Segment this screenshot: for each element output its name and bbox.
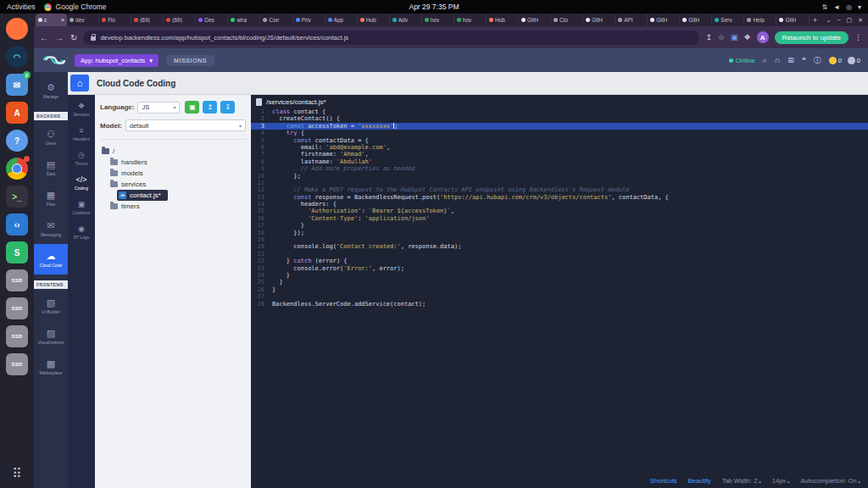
sidebar-item-files[interactable]: ▦Files — [34, 183, 68, 214]
code-editor[interactable]: /services/contact.js* 1-class contact {2… — [251, 95, 868, 488]
code-line[interactable]: 10 }; — [251, 173, 868, 180]
code-line[interactable]: 7 firstname: 'Ahmad', — [251, 151, 868, 158]
fold-marker[interactable]: - — [264, 194, 272, 201]
sidebar-item-users[interactable]: ⚇Users — [34, 122, 68, 152]
sidebar-item-manage[interactable]: ⚙Manage — [34, 75, 68, 106]
profile-avatar[interactable]: A — [757, 31, 769, 43]
sidebar-item-marketplace[interactable]: ▩Marketplace — [34, 352, 68, 382]
code-line[interactable]: 15 'Authorization': `Bearer ${accessToke… — [251, 208, 868, 214]
code-line[interactable]: 9 // Add more properties as needed — [251, 165, 868, 172]
code-line[interactable]: 18 }); — [251, 230, 868, 236]
url-text[interactable]: develop.backendless.com/app/hubspot_cont… — [100, 34, 348, 42]
apps-grid-icon[interactable]: ⊞ — [787, 56, 794, 64]
dock-vscode[interactable]: ‹› — [6, 214, 28, 236]
browser-tab[interactable]: wha — [228, 14, 260, 26]
browser-tab[interactable]: Hub — [487, 14, 519, 26]
sidebar-item-data[interactable]: ▤Data — [34, 152, 68, 183]
network-icon[interactable]: ⇅ — [821, 3, 827, 11]
missions-button[interactable]: MISSIONS — [166, 55, 214, 66]
dock-app-grid[interactable]: ⠿ — [6, 463, 28, 485]
browser-tab[interactable]: Clo — [551, 14, 583, 26]
tree-item[interactable]: models — [108, 168, 150, 179]
app-selector-button[interactable]: App: hubspot_contacts ▾ — [75, 54, 159, 67]
dock-help-viewer[interactable]: ? — [6, 130, 28, 152]
online-status[interactable]: Online — [729, 57, 755, 64]
relaunch-to-update-button[interactable]: Relaunch to update — [775, 31, 849, 44]
code-line[interactable]: 17 } — [251, 222, 868, 229]
dock-ubuntu-software[interactable]: A — [6, 102, 28, 124]
dock-firefox[interactable] — [6, 18, 28, 40]
code-line[interactable]: 6 email: 'abd@example.com', — [251, 144, 868, 151]
code-line[interactable]: 3 const accessToken = 'xxxxxxxx'; — [251, 123, 868, 130]
dock-ssd-3[interactable]: SSD — [6, 325, 28, 347]
fold-marker[interactable]: - — [264, 137, 272, 144]
browser-tab[interactable]: Con — [260, 14, 292, 26]
reload-button[interactable]: ↻ — [70, 33, 77, 42]
status-beautify[interactable]: Beautify — [688, 477, 711, 485]
code-line[interactable]: 11 — [251, 180, 868, 186]
dock-google-chrome[interactable] — [6, 158, 28, 180]
sidebar-item-messaging[interactable]: ✉Messaging — [34, 214, 68, 244]
code-line[interactable]: 1-class contact { — [251, 108, 868, 115]
browser-tab[interactable]: Priv — [293, 14, 326, 26]
maximize-icon[interactable]: ▢ — [847, 17, 853, 24]
dock-slack[interactable]: S — [6, 241, 28, 263]
browser-tab[interactable]: Adv — [390, 14, 422, 26]
tree-item[interactable]: / — [100, 146, 121, 157]
minimize-icon[interactable]: − — [837, 17, 840, 23]
browser-menu-icon[interactable]: ⋮ — [854, 33, 862, 42]
gold-coin[interactable]: 0 — [829, 57, 842, 64]
power-icon[interactable]: ◎ — [846, 3, 852, 11]
dock-terminal[interactable]: >_ — [6, 186, 28, 208]
browser-tab[interactable]: Help — [744, 14, 776, 26]
code-area[interactable]: 1-class contact {2- createContact() {3 c… — [251, 108, 868, 308]
browser-tab[interactable]: API — [615, 14, 648, 26]
subsidebar-item-coding[interactable]: </>Coding — [75, 176, 88, 191]
code-line[interactable]: 12 // Make a POST request to the HubSpot… — [251, 186, 868, 193]
fold-marker[interactable]: - — [264, 201, 272, 208]
browser-tab[interactable]: hov — [454, 14, 487, 26]
code-line[interactable]: 25 } — [251, 279, 868, 286]
subsidebar-item-codeless[interactable]: ▣Codeless — [73, 201, 91, 215]
browser-tab[interactable]: GitH — [680, 14, 712, 26]
lock-icon[interactable] — [91, 36, 96, 41]
browser-tab[interactable]: GitH — [583, 14, 615, 26]
code-line[interactable]: 5- const contactData = { — [251, 137, 868, 144]
code-line[interactable]: 26} — [251, 286, 868, 293]
address-bar[interactable]: develop.backendless.com/app/hubspot_cont… — [83, 30, 699, 45]
browser-tab[interactable]: (69) — [131, 14, 164, 26]
browser-tab[interactable]: (69) — [164, 14, 196, 26]
tree-item[interactable]: handlers — [108, 157, 154, 168]
volume-icon[interactable]: ◄ — [833, 3, 840, 11]
code-line[interactable]: 8 lastname: 'Abdullah' — [251, 158, 868, 165]
dock-ssd-4[interactable]: SSD — [6, 353, 28, 375]
status-14px[interactable]: 14px▴ — [772, 477, 790, 485]
tray-chevron-icon[interactable]: ▾ — [858, 3, 861, 11]
close-icon[interactable]: ✕ — [858, 17, 863, 24]
dock-text-editor[interactable]: ✉2 — [6, 74, 28, 96]
code-line[interactable]: 16 'Content-Type': 'application/json' — [251, 215, 868, 222]
browser-tab[interactable]: GitH — [776, 14, 809, 26]
info-icon[interactable]: ⓘ — [814, 55, 821, 66]
subsidebar-item-timers[interactable]: ◷Timers — [75, 152, 87, 166]
clock[interactable]: Apr 29 7:35 PM — [409, 3, 459, 11]
extension-icon[interactable]: ▣ — [731, 33, 738, 42]
browser-tab[interactable]: dev — [67, 14, 99, 26]
search-icon[interactable]: ⌕ — [763, 56, 767, 65]
tree-item[interactable]: timers — [108, 201, 147, 212]
tab-close-icon[interactable]: × — [61, 17, 64, 23]
status-autocompletion-on[interactable]: Autocompletion: On▴ — [801, 477, 860, 485]
fold-marker[interactable]: - — [264, 115, 272, 122]
chat-icon[interactable]: ❝ — [802, 56, 806, 64]
dock-ssd-1[interactable]: SSD — [6, 269, 28, 291]
language-select[interactable]: JS ▾ — [137, 102, 180, 114]
code-line[interactable]: 21 — [251, 251, 868, 258]
tree-item[interactable]: services — [108, 179, 153, 190]
bookmark-star-icon[interactable]: ☆ — [718, 33, 725, 42]
status-tab-width-2[interactable]: Tab Width: 2▴ — [722, 477, 761, 485]
browser-tab[interactable]: hov — [422, 14, 454, 26]
silver-coin[interactable]: 0 — [848, 57, 860, 64]
code-line[interactable]: 14- headers: { — [251, 201, 868, 208]
save-button[interactable]: ▣ — [185, 101, 199, 114]
browser-tab[interactable]: Hub — [358, 14, 390, 26]
